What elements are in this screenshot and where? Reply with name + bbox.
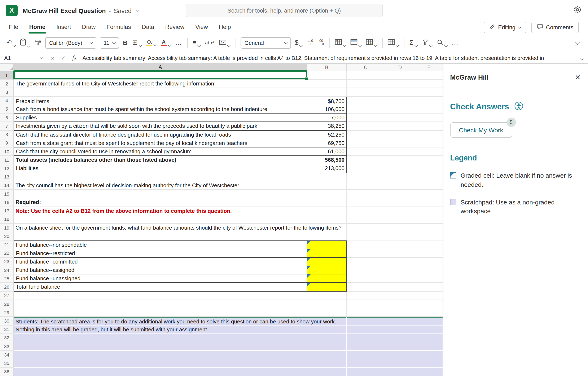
cell-A34[interactable] xyxy=(14,351,307,359)
cell-B11[interactable]: 568,500 xyxy=(307,156,346,164)
cell-E32[interactable] xyxy=(415,334,443,342)
cell-B9[interactable]: 69,750 xyxy=(307,139,346,147)
cell-E22[interactable] xyxy=(415,249,443,257)
name-box[interactable]: A1 xyxy=(0,52,47,63)
cell-D26[interactable] xyxy=(385,283,415,291)
borders-button[interactable]: ⊞ xyxy=(130,38,144,48)
increase-decimal-button[interactable]: ←.0.00 xyxy=(305,38,315,47)
row-header-5[interactable]: 5 xyxy=(0,105,14,114)
row-header-23[interactable]: 23 xyxy=(0,258,14,266)
formula-input[interactable]: Accessibility tab summary: Accessibility… xyxy=(80,55,576,61)
font-color-button[interactable]: A xyxy=(159,38,172,47)
cell-E28[interactable] xyxy=(415,300,443,308)
cell-D19[interactable] xyxy=(385,224,415,232)
row-header-36[interactable]: 36 xyxy=(0,368,14,376)
menu-draw[interactable]: Draw xyxy=(76,21,101,33)
cell-A6[interactable]: Supplies xyxy=(14,114,307,122)
conditional-formatting-button[interactable] xyxy=(333,38,348,48)
cell-A5[interactable]: Cash from a bond issuance that must be s… xyxy=(14,105,307,114)
row-header-28[interactable]: 28 xyxy=(0,300,14,308)
search-input[interactable] xyxy=(186,4,383,17)
cell-B16[interactable] xyxy=(307,198,346,207)
cell-A3[interactable] xyxy=(14,88,307,97)
row-header-30[interactable]: 30 xyxy=(0,317,14,325)
cell-D8[interactable] xyxy=(385,130,415,139)
cell-B20[interactable] xyxy=(307,232,346,240)
cell-C36[interactable] xyxy=(346,368,385,376)
cell-C35[interactable] xyxy=(346,359,385,368)
insert-cells-button[interactable] xyxy=(385,38,400,48)
font-name-select[interactable]: Calibri (Body) xyxy=(45,37,97,48)
cell-C34[interactable] xyxy=(346,351,385,359)
row-header-35[interactable]: 35 xyxy=(0,359,14,368)
cell-A11[interactable]: Total assets (includes balances other th… xyxy=(14,156,307,164)
cell-C30[interactable] xyxy=(346,317,385,325)
cell-styles-button[interactable] xyxy=(364,38,379,48)
cell-C29[interactable] xyxy=(346,308,385,317)
cell-A20[interactable] xyxy=(14,232,307,240)
cell-C13[interactable] xyxy=(346,173,385,181)
menu-review[interactable]: Review xyxy=(160,21,190,33)
cell-B35[interactable] xyxy=(307,359,346,368)
cell-E24[interactable] xyxy=(415,266,443,274)
cell-B34[interactable] xyxy=(307,351,346,359)
ribbon-collapse-button[interactable] xyxy=(572,39,583,47)
menu-help[interactable]: Help xyxy=(213,21,236,33)
find-button[interactable] xyxy=(434,38,449,48)
editing-mode-button[interactable]: Editing xyxy=(484,21,526,33)
cell-D21[interactable] xyxy=(385,241,415,249)
column-header-C[interactable]: C xyxy=(346,64,385,71)
cell-A14[interactable]: The city council has the highest level o… xyxy=(14,181,307,190)
row-header-11[interactable]: 11 xyxy=(0,156,14,164)
cell-C15[interactable] xyxy=(346,190,385,198)
cell-A1[interactable] xyxy=(14,71,307,80)
cell-E12[interactable] xyxy=(415,164,443,173)
cell-A30[interactable]: Students: The scratchpad area is for you… xyxy=(14,317,307,325)
cell-A25[interactable]: Fund balance--unassigned xyxy=(14,275,307,283)
column-header-E[interactable]: E xyxy=(415,64,443,71)
cell-D7[interactable] xyxy=(385,122,415,130)
row-header-19[interactable]: 19 xyxy=(0,224,14,232)
cell-A27[interactable] xyxy=(14,291,307,300)
cell-A16[interactable]: Required: xyxy=(14,198,307,207)
cell-A33[interactable] xyxy=(14,342,307,351)
cell-B29[interactable] xyxy=(307,308,346,317)
cell-D6[interactable] xyxy=(385,114,415,122)
cell-B6[interactable]: 7,000 xyxy=(307,114,346,122)
cell-A36[interactable] xyxy=(14,368,307,376)
cell-A23[interactable]: Fund balance--committed xyxy=(14,258,307,266)
cell-E15[interactable] xyxy=(415,190,443,198)
column-header-D[interactable]: D xyxy=(385,64,415,71)
cell-E21[interactable] xyxy=(415,241,443,249)
saved-status[interactable]: Saved xyxy=(114,7,132,14)
cell-D13[interactable] xyxy=(385,173,415,181)
font-size-select[interactable]: 11 xyxy=(100,37,119,48)
cell-C14[interactable] xyxy=(346,181,385,190)
cell-D24[interactable] xyxy=(385,266,415,274)
currency-format-button[interactable]: $ xyxy=(293,38,304,48)
cell-A29[interactable] xyxy=(14,308,307,317)
cell-E3[interactable] xyxy=(415,88,443,97)
insert-function-icon[interactable]: fx xyxy=(69,54,80,61)
cell-A21[interactable]: Fund balance--nonspendable xyxy=(14,241,307,249)
scratchpad-link[interactable]: Scratchpad: xyxy=(461,198,494,206)
cell-A32[interactable] xyxy=(14,334,307,342)
row-header-12[interactable]: 12 xyxy=(0,164,14,173)
cell-C7[interactable] xyxy=(346,122,385,130)
cell-E26[interactable] xyxy=(415,283,443,291)
cell-B10[interactable]: 61,000 xyxy=(307,147,346,156)
cell-E6[interactable] xyxy=(415,114,443,122)
format-painter-button[interactable] xyxy=(32,38,43,48)
cell-B4[interactable]: $8,700 xyxy=(307,97,346,105)
menu-insert[interactable]: Insert xyxy=(51,21,76,33)
cell-E7[interactable] xyxy=(415,122,443,130)
cell-B5[interactable]: 106,000 xyxy=(307,105,346,114)
cell-C12[interactable] xyxy=(346,164,385,173)
cell-C6[interactable] xyxy=(346,114,385,122)
format-as-table-button[interactable] xyxy=(348,38,363,48)
cell-B32[interactable] xyxy=(307,334,346,342)
excel-app-icon[interactable]: X xyxy=(6,5,18,16)
column-header-A[interactable]: A xyxy=(14,64,307,71)
cell-E33[interactable] xyxy=(415,342,443,351)
row-header-10[interactable]: 10 xyxy=(0,147,14,156)
